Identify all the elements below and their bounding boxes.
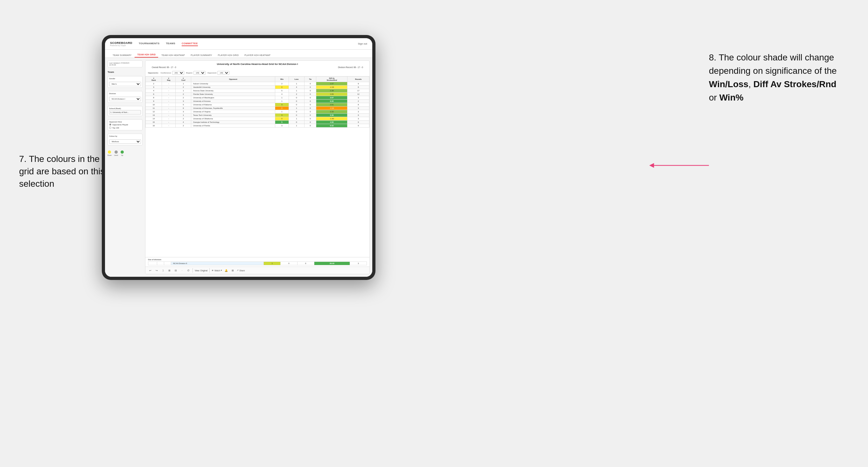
tab-team-summary[interactable]: TEAM SUMMARY — [110, 53, 134, 58]
legend-down-label: Down — [107, 154, 112, 156]
out-of-division-label: Out of division — [148, 259, 367, 260]
conference-filter: Conference (All) — [161, 71, 184, 75]
annotation-bold1: Win/Loss — [709, 79, 748, 89]
radio-opponents-played[interactable]: Opponents Played — [109, 123, 141, 126]
grid-title: University of North Carolina Head-to-Hea… — [146, 61, 369, 66]
nav-committee[interactable]: COMMITTEE — [182, 41, 198, 46]
colour-by-field: Colour by Win/loss — [107, 134, 143, 145]
region-label: Region — [186, 72, 192, 74]
opponents-filter-label: Opponents: — [148, 72, 159, 74]
conference-label: Conference — [161, 72, 171, 74]
opponent-select[interactable]: (All) — [217, 71, 229, 75]
table-row: 10 - 5 University of Alabama 3 0 0 2.61 … — [146, 103, 369, 106]
filter-row: Opponents: Conference (All) Region (All) — [146, 70, 369, 76]
opponent-label: Opponent — [208, 72, 216, 74]
annotation-right: 8. The colour shade will change dependin… — [709, 51, 842, 104]
tab-player-summary[interactable]: PLAYER SUMMARY — [188, 53, 215, 58]
legend-up-dot — [121, 151, 124, 154]
tab-player-h2h-heatmap[interactable]: PLAYER H2H HEATMAP — [242, 53, 273, 58]
legend-level-label: Level — [114, 154, 118, 156]
col-win: Win — [275, 77, 288, 82]
school-value: 1. University of Nort... — [109, 110, 141, 115]
legend-down: Down — [107, 151, 112, 156]
share-button[interactable]: ↗Share — [237, 269, 245, 272]
app-header: SCOREBOARD Powered by clippd TOURNAMENTS… — [105, 38, 372, 50]
overall-record: Overall Record: 89 - 17 - 0 — [152, 66, 176, 68]
table-row: 8 - 2 University of Washington 1 0 0 3.6… — [146, 96, 369, 100]
col-rounds: Rounds — [347, 77, 369, 82]
tab-player-h2h-grid[interactable]: PLAYER H2H GRID — [215, 53, 242, 58]
opponent-filter: Opponent (All) — [208, 71, 229, 75]
out-of-division-table: NCAA Division II 1 0 0 26.00 3 — [148, 261, 367, 265]
table-row: 3 - 2 Vanderbilt University 0 4 0 -2.29 … — [146, 86, 369, 89]
undo-icon[interactable]: ↩ — [148, 268, 152, 273]
legend-down-dot — [108, 151, 111, 154]
table-row: 13 - 1 Texas Tech University 3 0 0 5.56 … — [146, 114, 369, 117]
legend-level-dot — [115, 151, 118, 154]
col-opponent: Opponent — [191, 77, 275, 82]
data-table: #Rank #Reg #Conf Opponent Win Loss Tie D… — [146, 76, 369, 257]
division-field: Division NCAA Division I — [107, 91, 143, 103]
opponent-view-radio-group: Opponents Played Top 100 — [109, 123, 141, 129]
tablet-screen: SCOREBOARD Powered by clippd TOURNAMENTS… — [105, 38, 372, 277]
forward-icon[interactable]: ⟩ — [161, 268, 165, 273]
arrow-right-indicator — [648, 156, 712, 175]
tab-team-h2h-grid[interactable]: TEAM H2H GRID — [134, 52, 158, 58]
annotation-right-intro: 8. The colour shade will change dependin… — [709, 53, 837, 76]
legend-level: Level — [114, 151, 118, 156]
layout-icon[interactable]: ⊞ — [230, 268, 235, 273]
share-icon-left[interactable]: 🔔 — [224, 268, 228, 273]
out-of-division: Out of division NCAA Division II 1 0 0 — [146, 257, 369, 267]
grid-record: Overall Record: 89 - 17 - 0 Division Rec… — [146, 66, 369, 70]
copy-icon[interactable]: ⊞ — [167, 268, 172, 273]
sign-out-button[interactable]: Sign out — [358, 42, 367, 45]
radio-top-100[interactable]: Top 100 — [109, 127, 141, 129]
legend-up-label: Up — [121, 154, 123, 156]
col-conf: #Conf — [176, 77, 191, 82]
tablet-device: SCOREBOARD Powered by clippd TOURNAMENTS… — [102, 35, 375, 280]
table-row: 15 - 4 Georgia Institute of Technology 5… — [146, 121, 369, 124]
clock-icon[interactable]: ⏱ — [186, 268, 191, 273]
legend: Down Level Up — [107, 151, 143, 156]
out-of-division-row: NCAA Division II 1 0 0 26.00 3 — [148, 262, 367, 265]
col-diff: Diff AvStrokes/Rnd — [316, 77, 347, 82]
sub-nav: TEAM SUMMARY TEAM H2H GRID TEAM H2H HEAT… — [105, 50, 372, 58]
table-row: 14 - 2 University of Oklahoma 0 1 0 -1.0… — [146, 117, 369, 121]
table-row: 9 - 3 University of Arizona 1 0 0 9.00 2 — [146, 100, 369, 103]
table-row: 2 - 1 Auburn University 2 1 0 1.67 9 — [146, 82, 369, 86]
left-panel: Last Updated: 27/03/2024 16:55:38 Team G… — [107, 60, 143, 274]
main-content: Last Updated: 27/03/2024 16:55:38 Team G… — [105, 58, 372, 277]
toolbar: ↩ ↪ ⟩ ⊞ ⊟ · ⏱ View: Original 👁Watch▾ 🔔 ⊞ — [146, 267, 369, 274]
view-label: View: Original — [195, 270, 208, 272]
colour-by-select[interactable]: Win/loss — [109, 139, 141, 144]
legend-up: Up — [121, 151, 124, 156]
toolbar-separator-1 — [192, 268, 193, 273]
opponent-view-field: Opponent View Opponents Played Top 100 — [107, 119, 143, 130]
school-field: School (Rank) 1. University of Nort... — [107, 106, 143, 116]
nav-tournaments[interactable]: TOURNAMENTS — [139, 41, 159, 46]
table-row: 4 - 1 Arizona State University 5 1 0 2.2… — [146, 89, 369, 93]
division-select[interactable]: NCAA Division I — [109, 97, 141, 101]
col-loss: Loss — [288, 77, 304, 82]
gender-select[interactable]: Men's — [109, 82, 141, 86]
h2h-table: #Rank #Reg #Conf Opponent Win Loss Tie D… — [146, 76, 369, 128]
grid-panel: University of North Carolina Head-to-Hea… — [145, 60, 370, 274]
annotation-bold3: Win% — [719, 93, 744, 102]
conference-select[interactable]: (All) — [172, 71, 184, 75]
app-logo: SCOREBOARD Powered by clippd — [110, 41, 132, 46]
tab-team-h2h-heatmap[interactable]: TEAM H2H HEATMAP — [159, 53, 187, 58]
col-reg: #Reg — [162, 77, 175, 82]
table-row: 11 - 6 University of Arkansas, Fayettevi… — [146, 106, 369, 110]
annotation-left: 7. The colours in the grid are based on … — [19, 153, 115, 190]
region-select[interactable]: (All) — [193, 71, 206, 75]
separator-icon: · — [180, 268, 184, 273]
col-rank: #Rank — [146, 77, 162, 82]
paste-icon[interactable]: ⊟ — [174, 268, 178, 273]
last-updated: Last Updated: 27/03/2024 16:55:38 — [107, 60, 143, 67]
toolbar-separator-2 — [209, 268, 210, 273]
watch-button[interactable]: 👁Watch▾ — [212, 269, 222, 272]
nav-teams[interactable]: TEAMS — [166, 41, 175, 46]
redo-icon[interactable]: ↪ — [154, 268, 159, 273]
col-tie: Tie — [305, 77, 316, 82]
table-row: 16 - 2 University of Florida 3 1 0 6.62 … — [146, 124, 369, 128]
